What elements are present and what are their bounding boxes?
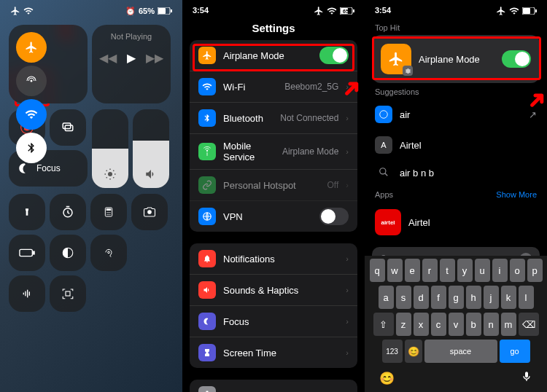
speaker-icon [144,168,158,181]
screen-mirroring-button[interactable] [50,109,86,146]
airplane-toggle[interactable] [502,50,531,68]
qr-scan-button[interactable] [50,275,86,312]
emoji-button[interactable]: 😊 [379,371,395,386]
show-more-link[interactable]: Show More [496,190,537,199]
key-t[interactable]: t [440,259,455,282]
bluetooth-row[interactable]: Bluetooth Not Connected › [190,103,357,134]
svg-rect-22 [23,293,24,295]
dictation-button[interactable] [521,371,532,386]
suggestion-label: Airtel [400,140,422,151]
wifi-icon [198,78,216,95]
shift-key[interactable]: ⇧ [373,313,394,336]
chevron-right-icon: › [346,114,349,122]
brightness-slider[interactable] [92,109,128,188]
hearing-button[interactable] [90,235,127,271]
general-row[interactable]: General› [190,380,357,392]
vpn-row[interactable]: VPN [190,201,357,232]
delete-key[interactable]: ⌫ [519,313,539,336]
key-g[interactable]: g [449,286,464,309]
key-m[interactable]: m [501,313,516,336]
key-q[interactable]: q [370,259,385,282]
space-key[interactable]: space [424,340,497,363]
wifi-row[interactable]: Wi-Fi Beebom2_5G › [190,71,357,103]
apps-label: Apps [375,190,393,199]
mobile-service-row[interactable]: Mobile Service Airplane Mode › [190,134,357,170]
airplane-icon [381,44,411,74]
play-icon[interactable]: ▶ [127,51,136,65]
airplane-toggle[interactable] [319,47,349,64]
suggestion-row[interactable]: air ↗ [365,99,547,130]
key-x[interactable]: x [414,313,429,336]
key-b[interactable]: b [466,313,481,336]
timer-button[interactable] [50,194,86,230]
connectivity-module [9,25,88,103]
camera-button[interactable] [131,194,168,230]
focus-label: Focus [36,163,61,173]
key-f[interactable]: f [431,286,446,309]
top-hit-result[interactable]: Airplane Mode [372,35,540,83]
key-u[interactable]: u [475,259,490,282]
key-l[interactable]: l [519,286,534,309]
keyboard: qwertyuiop asdfghjkl ⇧ zxcvbnm⌫ 123 😊 sp… [365,256,547,392]
emoji-key[interactable]: 😊 [405,340,422,363]
low-power-button[interactable] [9,235,45,271]
notifications-row[interactable]: Notifications› [190,243,357,275]
sound-wave-icon [21,288,33,299]
focus-row[interactable]: Focus› [190,306,357,337]
prev-track-icon[interactable]: ◀◀ [99,51,117,65]
next-track-icon[interactable]: ▶▶ [146,51,163,65]
key-j[interactable]: j [484,286,499,309]
key-n[interactable]: n [484,313,499,336]
moon-icon [198,313,216,330]
cellular-toggle[interactable] [16,66,47,96]
row-value: Not Connected [280,113,338,123]
numeric-key[interactable]: 123 [382,340,403,363]
status-bar: ⏰ 65% [0,0,182,19]
chevron-right-icon: › [346,348,349,357]
music-module[interactable]: Not Playing ◀◀ ▶ ▶▶ [92,25,171,103]
key-z[interactable]: z [396,313,411,336]
volume-slider[interactable] [133,109,169,188]
svg-point-15 [108,214,109,215]
svg-point-17 [148,211,152,214]
key-k[interactable]: k [501,286,516,309]
suggestion-row[interactable]: air b n b [365,160,547,186]
key-y[interactable]: y [457,259,473,282]
screen-time-row[interactable]: Screen Time› [190,337,357,368]
key-d[interactable]: d [414,286,429,309]
key-s[interactable]: s [396,286,411,309]
flashlight-icon [21,206,33,218]
flashlight-button[interactable] [9,194,45,230]
key-r[interactable]: r [422,259,438,282]
calculator-button[interactable] [90,194,127,230]
airplane-status-icon [496,6,506,16]
key-c[interactable]: c [431,313,446,336]
app-row[interactable]: airtel Airtel [365,203,547,241]
hotspot-row[interactable]: Personal Hotspot Off › [190,170,357,201]
key-o[interactable]: o [510,259,525,282]
key-i[interactable]: i [492,259,508,282]
airplane-mode-toggle[interactable] [16,32,47,63]
key-w[interactable]: w [387,259,403,282]
key-e[interactable]: e [405,259,420,282]
battery-icon [158,7,172,15]
dark-mode-button[interactable] [50,235,86,271]
key-p[interactable]: p [527,259,543,282]
sounds-row[interactable]: Sounds & Haptics› [190,275,357,306]
chevron-right-icon: › [346,254,349,263]
bluetooth-toggle[interactable] [16,133,47,163]
chevron-right-icon: › [346,147,349,156]
bluetooth-icon [198,109,216,127]
vpn-toggle[interactable] [319,208,349,225]
go-key[interactable]: go [500,340,530,363]
key-a[interactable]: a [379,286,394,309]
key-v[interactable]: v [449,313,464,336]
gear-icon [198,386,216,392]
svg-rect-45 [523,8,530,14]
suggestion-row[interactable]: A Airtel [365,130,547,160]
key-h[interactable]: h [466,286,481,309]
sun-icon [104,168,117,181]
shazam-button[interactable] [9,275,45,312]
airplane-mode-row[interactable]: Airplane Mode [190,40,357,71]
wifi-toggle[interactable] [16,99,47,130]
